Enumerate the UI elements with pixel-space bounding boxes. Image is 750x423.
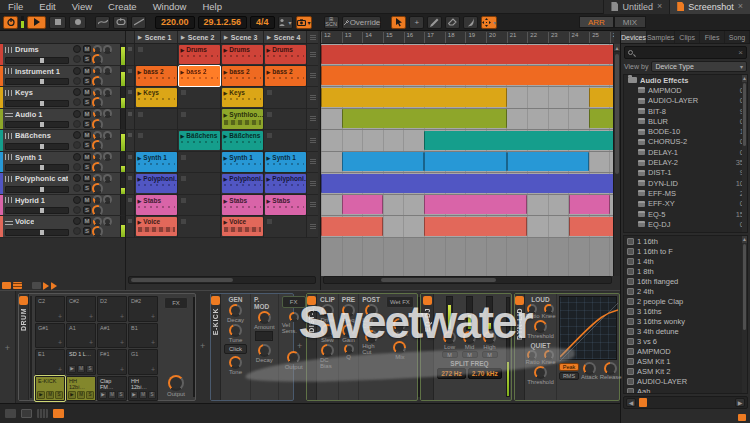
level-knob[interactable] bbox=[92, 183, 103, 194]
arm-record-button[interactable] bbox=[73, 174, 81, 182]
mid-gain-knob[interactable] bbox=[463, 331, 476, 344]
scene-play-icon[interactable]: ▶ bbox=[138, 34, 142, 40]
arranger-hscrollbar[interactable] bbox=[323, 276, 612, 284]
pad-s-button[interactable]: S bbox=[55, 391, 63, 399]
device-list-item[interactable]: DIST-19 bbox=[624, 168, 747, 178]
tempo-display[interactable]: 220.00 bbox=[155, 16, 195, 29]
track-name[interactable]: Drums bbox=[15, 45, 39, 54]
launcher-clip[interactable]: ▶Keys bbox=[222, 88, 263, 108]
empty-clip-slot[interactable] bbox=[178, 152, 221, 174]
launcher-clip[interactable]: ▶Voice bbox=[136, 217, 177, 237]
solo-button[interactable]: S bbox=[83, 120, 91, 128]
pan-knob[interactable] bbox=[93, 45, 102, 54]
pan-knob[interactable] bbox=[93, 88, 102, 97]
arranger-track-lane[interactable] bbox=[321, 152, 614, 174]
arranger-track-lane[interactable] bbox=[321, 195, 614, 217]
clear-search-icon[interactable]: × bbox=[738, 48, 743, 57]
track-name[interactable]: Audio 1 bbox=[15, 110, 43, 119]
launcher-clip[interactable]: ▶Stabs bbox=[136, 195, 177, 215]
close-icon[interactable]: × bbox=[738, 2, 743, 11]
device-power-button[interactable] bbox=[515, 296, 524, 305]
empty-clip-slot[interactable] bbox=[178, 87, 221, 109]
time-signature-display[interactable]: 4/4 bbox=[250, 16, 275, 29]
pan-knob[interactable] bbox=[93, 195, 102, 204]
keyboard-icon[interactable] bbox=[37, 409, 48, 418]
drum-machine-device[interactable]: DRUM C2+C#2+D2+D#2+G#1+A1+A#1+B1+E1+SD 1… bbox=[18, 293, 196, 401]
high-mute-button[interactable]: M bbox=[482, 351, 498, 358]
monitor-button[interactable] bbox=[73, 141, 81, 149]
clip-stop-button[interactable] bbox=[126, 66, 135, 88]
add-sample-icon[interactable]: + bbox=[120, 366, 124, 373]
clip-slot[interactable]: ▶Voice bbox=[221, 216, 264, 238]
arranger-clip[interactable] bbox=[589, 109, 614, 128]
preset-list-item[interactable]: 1 4th bbox=[624, 256, 747, 266]
device-list-item[interactable]: BLUR0 bbox=[624, 116, 747, 126]
monitor-button[interactable] bbox=[73, 98, 81, 106]
track-name[interactable]: Synth 1 bbox=[15, 153, 42, 162]
scene-play-icon[interactable]: ▶ bbox=[181, 34, 185, 40]
tab-clips[interactable]: Clips bbox=[675, 31, 700, 43]
track-name[interactable]: Keys bbox=[15, 88, 33, 97]
send-knob[interactable] bbox=[103, 66, 112, 75]
clip-slot[interactable]: ▶Bäßchens bbox=[221, 130, 264, 152]
device-list-item[interactable]: DELAY-235 bbox=[624, 157, 747, 167]
scene-play-icon[interactable]: ▶ bbox=[267, 34, 271, 40]
launcher-clip[interactable]: ▶Bäßchens bbox=[179, 131, 220, 151]
dyn-lid-device[interactable]: DYN-LID LOUD Ratio Knee Threshold QUIET … bbox=[514, 293, 620, 401]
high-cut-knob[interactable] bbox=[365, 330, 378, 343]
track-row[interactable]: DrumsMS bbox=[0, 44, 125, 66]
clip-play-icon[interactable]: ▶ bbox=[138, 219, 142, 225]
pad-play-button[interactable]: ▶ bbox=[130, 391, 138, 399]
pad-play-button[interactable]: ▶ bbox=[37, 391, 45, 399]
mute-button[interactable]: M bbox=[83, 153, 91, 161]
send-knob[interactable] bbox=[103, 131, 112, 140]
monitor-button[interactable] bbox=[73, 120, 81, 128]
launcher-clip[interactable]: ▶Polyphoni… bbox=[265, 174, 306, 194]
row-options-cell[interactable] bbox=[307, 195, 318, 217]
clip-slot[interactable]: ▶bass 2 bbox=[264, 66, 307, 88]
mute-button[interactable]: M bbox=[83, 217, 91, 225]
low-cut-knob[interactable] bbox=[365, 304, 378, 317]
drum-pad-empty[interactable]: G#1+ bbox=[35, 323, 65, 349]
clip-slot[interactable]: ▶Synthloo… bbox=[221, 109, 264, 131]
arranger-clip[interactable] bbox=[321, 88, 507, 107]
track-name[interactable]: Bäßchens bbox=[15, 131, 51, 140]
pad-m-button[interactable]: M bbox=[77, 391, 85, 399]
track-name[interactable]: Hybrid 1 bbox=[15, 196, 45, 205]
pad-m-button[interactable]: M bbox=[77, 365, 85, 373]
drum-pad-sample[interactable]: E-KICK▶MS bbox=[35, 376, 65, 402]
tone-knob[interactable] bbox=[229, 356, 242, 369]
launcher-clip[interactable]: ▶Drums bbox=[222, 45, 263, 65]
row-options-cell[interactable] bbox=[307, 173, 318, 195]
preset-list-item[interactable]: Aah bbox=[624, 386, 747, 394]
clip-stop-button[interactable] bbox=[126, 152, 135, 174]
send-knob[interactable] bbox=[103, 174, 112, 183]
preset-list-item[interactable]: 16th flanged bbox=[624, 276, 747, 286]
pmod-decay-knob[interactable] bbox=[258, 344, 271, 357]
arranger-clip[interactable] bbox=[321, 66, 614, 85]
level-knob[interactable] bbox=[92, 54, 103, 65]
clip-play-icon[interactable]: ▶ bbox=[267, 69, 271, 75]
arranger-clip[interactable] bbox=[507, 152, 590, 171]
monitor-button[interactable] bbox=[73, 184, 81, 192]
drum-pad-empty[interactable]: G1+ bbox=[128, 349, 158, 375]
solo-button[interactable]: S bbox=[83, 98, 91, 106]
peak-button[interactable]: Peak bbox=[559, 363, 579, 371]
track-volume-slider[interactable] bbox=[5, 78, 69, 85]
monitor-button[interactable] bbox=[73, 227, 81, 235]
clip-play-icon[interactable]: ▶ bbox=[224, 198, 228, 204]
scene-play-icon[interactable]: ▶ bbox=[224, 34, 228, 40]
tune-knob[interactable] bbox=[229, 324, 242, 337]
track-row[interactable]: Synth 1MS bbox=[0, 152, 125, 174]
arranger-clip[interactable] bbox=[424, 217, 527, 236]
ekick-output-knob[interactable] bbox=[287, 351, 300, 364]
scene-header-2[interactable]: ▶Scene 2 bbox=[178, 31, 221, 44]
clip-slot[interactable]: ▶bass 2 bbox=[178, 66, 221, 88]
device-list-item[interactable]: EQ-DJ0 bbox=[624, 219, 747, 229]
mute-button[interactable]: M bbox=[83, 174, 91, 182]
dc-bias-knob[interactable] bbox=[321, 344, 334, 357]
launcher-clip[interactable]: ▶Voice bbox=[222, 217, 263, 237]
override-button[interactable]: Override bbox=[342, 16, 382, 29]
launcher-clip[interactable]: ▶Drums bbox=[179, 45, 220, 65]
launcher-clip[interactable]: ▶Bäßchens bbox=[222, 131, 263, 151]
